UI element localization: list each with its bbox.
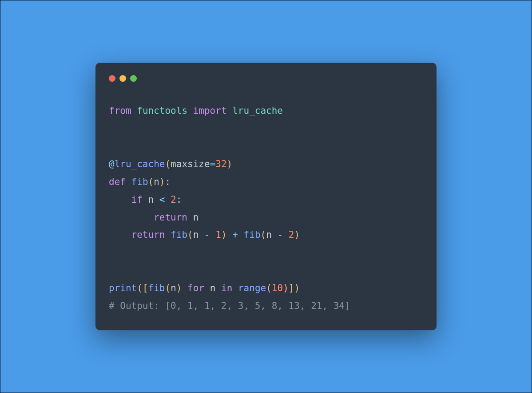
number-2: 2	[289, 229, 294, 240]
code-window: from functools import lru_cache @lru_cac…	[95, 63, 437, 330]
keyword-return: return	[131, 229, 165, 240]
paren-open: (	[261, 229, 266, 240]
paren-close: )	[176, 283, 182, 293]
colon: :	[165, 176, 171, 187]
keyword-in: in	[221, 283, 232, 293]
paren-open: (	[187, 229, 193, 240]
var-n: n	[193, 229, 199, 240]
paren-close: )	[221, 229, 227, 240]
paren-open: (	[165, 159, 171, 169]
zoom-icon[interactable]	[130, 75, 137, 82]
minimize-icon[interactable]	[119, 75, 126, 82]
paren-close: )	[227, 159, 233, 169]
colon: :	[176, 194, 182, 205]
var-n: n	[193, 212, 199, 223]
arg-maxsize: maxsize	[171, 159, 210, 169]
number-1: 1	[215, 229, 221, 240]
paren-close: )	[283, 283, 289, 293]
function-fib-def: fib	[131, 176, 148, 187]
name-lru-cache: lru_cache	[232, 105, 283, 116]
call-fib: fib	[148, 283, 165, 293]
module-functools: functools	[137, 105, 187, 116]
call-print: print	[109, 283, 137, 293]
param-n: n	[154, 176, 159, 187]
keyword-def: def	[109, 176, 126, 187]
paren-open: (	[148, 176, 154, 187]
bracket-close: ]	[289, 283, 294, 293]
paren-close: )	[159, 176, 165, 187]
minus-op: -	[204, 229, 210, 240]
paren-open: (	[137, 283, 143, 293]
titlebar	[109, 75, 423, 82]
var-n: n	[266, 229, 272, 240]
paren-open: (	[266, 283, 272, 293]
keyword-for: for	[187, 283, 204, 293]
minus-op: -	[278, 229, 283, 240]
number-10: 10	[272, 283, 283, 293]
number-2: 2	[171, 194, 176, 205]
lt-op: <	[159, 194, 165, 205]
keyword-return: return	[154, 212, 187, 223]
paren-close: )	[294, 229, 300, 240]
decorator-at: @	[109, 159, 115, 169]
equals-op: =	[210, 159, 216, 169]
decorator-name: lru_cache	[115, 159, 165, 169]
call-fib: fib	[171, 229, 187, 240]
paren-close: )	[294, 283, 300, 293]
var-n: n	[171, 283, 176, 293]
keyword-if: if	[131, 194, 143, 205]
paren-open: (	[165, 283, 171, 293]
keyword-import: import	[193, 105, 227, 116]
code-block: from functools import lru_cache @lru_cac…	[109, 102, 423, 315]
call-fib: fib	[244, 229, 261, 240]
var-n: n	[148, 194, 154, 205]
plus-op: +	[232, 229, 238, 240]
call-range: range	[238, 283, 266, 293]
comment-output: # Output: [0, 1, 1, 2, 3, 5, 8, 13, 21, …	[109, 301, 350, 311]
number-32: 32	[215, 159, 226, 169]
close-icon[interactable]	[109, 75, 115, 82]
keyword-from: from	[109, 105, 131, 116]
bracket-open: [	[143, 283, 148, 293]
var-n: n	[210, 283, 216, 293]
